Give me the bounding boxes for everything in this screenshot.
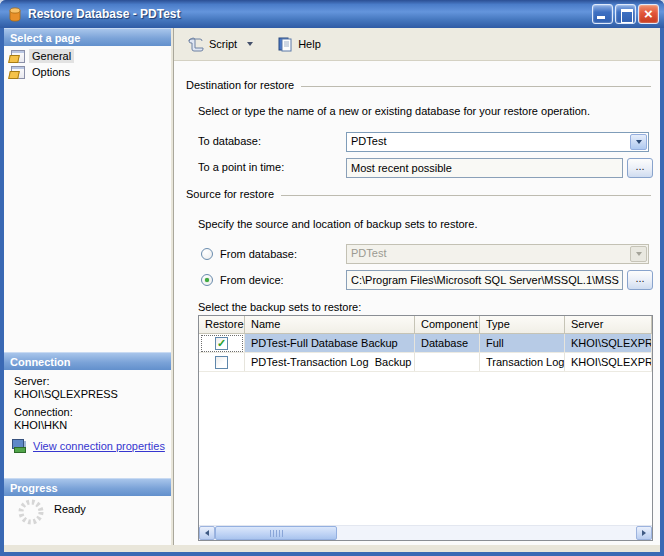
server-cell: KHOI\SQLEXPRESS bbox=[565, 334, 652, 352]
from-database-combobox: PDTest bbox=[346, 244, 649, 264]
source-group-label: Source for restore bbox=[186, 188, 274, 200]
scrollbar-thumb[interactable] bbox=[215, 526, 337, 540]
chevron-down-icon bbox=[636, 252, 642, 256]
chevron-down-icon bbox=[247, 42, 253, 46]
scroll-left-button[interactable] bbox=[199, 526, 215, 540]
from-database-radio[interactable] bbox=[201, 248, 213, 260]
name-cell: PDTest-Transaction Log Backup bbox=[245, 353, 415, 371]
scrollbar-track[interactable] bbox=[215, 526, 636, 540]
column-header-restore[interactable]: Restore bbox=[199, 316, 245, 333]
restore-checkbox-checked[interactable]: ✓ bbox=[215, 337, 228, 350]
connection-label: Connection: bbox=[14, 406, 73, 419]
script-button[interactable]: Script bbox=[182, 32, 242, 56]
network-computers-icon bbox=[12, 439, 28, 453]
from-device-input[interactable]: C:\Program Files\Microsoft SQL Server\MS… bbox=[346, 270, 623, 290]
column-header-type[interactable]: Type bbox=[480, 316, 565, 333]
destination-description: Select or type the name of a new or exis… bbox=[198, 105, 590, 117]
progress-spinner-icon bbox=[16, 497, 46, 527]
database-icon bbox=[7, 6, 23, 23]
column-header-server[interactable]: Server bbox=[565, 316, 652, 333]
restore-database-window: Restore Database - PDTest × Select a pag… bbox=[0, 0, 664, 556]
source-description: Specify the source and location of backu… bbox=[198, 218, 477, 230]
point-in-time-label: To a point in time: bbox=[198, 161, 284, 173]
select-a-page-header: Select a page bbox=[4, 28, 171, 46]
help-button-label: Help bbox=[298, 38, 321, 50]
combo-dropdown-button bbox=[630, 246, 647, 262]
progress-header: Progress bbox=[4, 478, 171, 496]
source-group-caption: Source for restore bbox=[186, 188, 651, 200]
thumb-grip-icon bbox=[270, 530, 283, 537]
restore-cell: ✓ bbox=[199, 334, 245, 352]
sidebar: Select a page General Options Connection… bbox=[4, 28, 171, 545]
point-in-time-browse-button[interactable]: ... bbox=[627, 158, 653, 178]
from-database-value: PDTest bbox=[351, 247, 386, 259]
server-value: KHOI\SQLEXPRESS bbox=[14, 388, 118, 401]
backup-sets-table: Restore Name Component Type Server ✓ PDT… bbox=[198, 315, 653, 541]
sidebar-item-label: Options bbox=[29, 65, 73, 79]
scroll-right-button[interactable] bbox=[636, 526, 652, 540]
table-header-row: Restore Name Component Type Server bbox=[199, 316, 652, 334]
component-cell: Database bbox=[415, 334, 480, 352]
progress-status: Ready bbox=[54, 503, 86, 515]
script-icon bbox=[187, 36, 204, 52]
restore-cell bbox=[199, 353, 245, 371]
dialog-body: Select a page General Options Connection… bbox=[4, 28, 660, 552]
progress-title: Progress bbox=[10, 482, 58, 494]
to-database-combobox[interactable]: PDTest bbox=[346, 132, 649, 152]
sidebar-item-options[interactable]: Options bbox=[7, 64, 73, 80]
script-dropdown-button[interactable] bbox=[242, 32, 258, 56]
maximize-button[interactable] bbox=[615, 4, 636, 24]
close-button[interactable]: × bbox=[638, 4, 659, 24]
connection-value: KHOI\HKN bbox=[14, 419, 67, 432]
server-label: Server: bbox=[14, 375, 49, 388]
from-device-label: From device: bbox=[220, 274, 284, 286]
minimize-button[interactable] bbox=[592, 4, 613, 24]
help-icon bbox=[277, 36, 293, 52]
horizontal-scrollbar[interactable] bbox=[199, 525, 652, 540]
titlebar: Restore Database - PDTest × bbox=[0, 0, 664, 28]
script-button-label: Script bbox=[209, 38, 237, 50]
view-connection-properties-link[interactable]: View connection properties bbox=[33, 440, 165, 452]
view-connection-properties: View connection properties bbox=[12, 439, 165, 453]
sidebar-item-label: General bbox=[29, 49, 74, 63]
connection-header: Connection bbox=[4, 352, 171, 370]
from-database-label: From database: bbox=[220, 248, 297, 260]
select-a-page-title: Select a page bbox=[10, 32, 80, 44]
table-row[interactable]: PDTest-Transaction Log Backup Transactio… bbox=[199, 353, 652, 372]
connection-title: Connection bbox=[10, 356, 71, 368]
sidebar-item-general[interactable]: General bbox=[7, 48, 74, 64]
to-database-label: To database: bbox=[198, 135, 261, 147]
column-header-component[interactable]: Component bbox=[415, 316, 480, 333]
combo-dropdown-button[interactable] bbox=[630, 134, 647, 150]
point-in-time-input[interactable]: Most recent possible bbox=[346, 158, 623, 178]
focus-rectangle: ✓ bbox=[201, 335, 243, 352]
page-icon bbox=[9, 50, 24, 63]
name-cell: PDTest-Full Database Backup bbox=[245, 334, 415, 352]
table-row[interactable]: ✓ PDTest-Full Database Backup Database F… bbox=[199, 334, 652, 353]
toolbar: Script Help bbox=[174, 28, 660, 61]
to-database-value: PDTest bbox=[351, 135, 386, 147]
chevron-down-icon bbox=[636, 140, 642, 144]
help-button[interactable]: Help bbox=[272, 32, 326, 56]
arrow-left-icon bbox=[205, 530, 209, 536]
component-cell bbox=[415, 353, 480, 371]
group-rule bbox=[301, 86, 651, 87]
column-header-name[interactable]: Name bbox=[245, 316, 415, 333]
restore-checkbox-unchecked[interactable] bbox=[215, 356, 228, 369]
destination-group-label: Destination for restore bbox=[186, 79, 294, 91]
type-cell: Transaction Log bbox=[480, 353, 565, 371]
page-icon bbox=[9, 66, 24, 79]
group-rule bbox=[281, 195, 651, 196]
backup-sets-label: Select the backup sets to restore: bbox=[198, 301, 361, 313]
from-device-radio[interactable] bbox=[201, 274, 213, 286]
type-cell: Full bbox=[480, 334, 565, 352]
destination-group-caption: Destination for restore bbox=[186, 79, 651, 91]
arrow-right-icon bbox=[642, 530, 646, 536]
window-title: Restore Database - PDTest bbox=[28, 7, 181, 21]
server-cell: KHOI\SQLEXPRESS bbox=[565, 353, 652, 371]
main-panel: Script Help Destination for restor bbox=[173, 28, 660, 545]
from-device-browse-button[interactable]: ... bbox=[627, 270, 653, 290]
